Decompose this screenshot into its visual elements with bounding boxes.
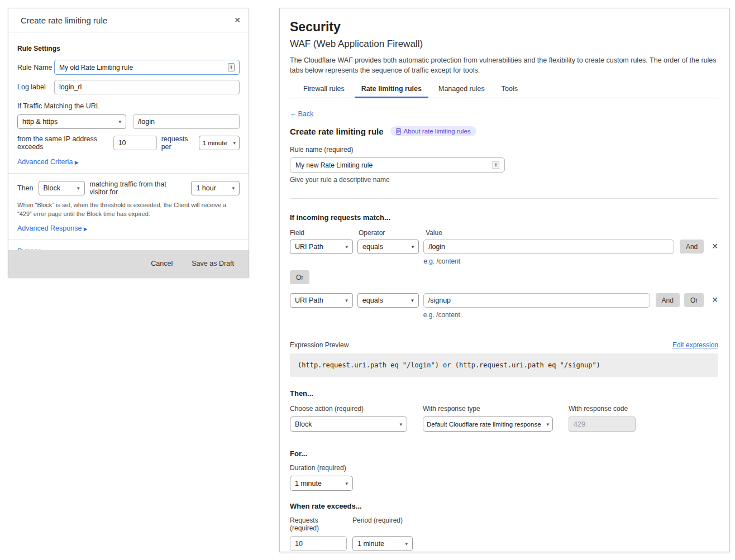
chevron-down-icon: ▾: [342, 298, 348, 303]
edit-expression-link[interactable]: Edit expression: [672, 341, 718, 349]
rule-name-label: Rule Name: [17, 64, 54, 71]
document-icon: [396, 128, 401, 135]
rule-name-label: Rule name (required): [290, 146, 718, 154]
chevron-down-icon: ▾: [230, 140, 236, 146]
operator-select[interactable]: equals ▾: [357, 240, 419, 254]
period-label: Period (required): [352, 516, 403, 532]
rule-settings-heading: Rule Settings: [17, 45, 240, 52]
response-type-select[interactable]: Default Cloudflare rate limiting respons…: [423, 417, 553, 432]
chevron-down-icon: ▾: [228, 185, 235, 191]
dialog-footer: Cancel Save as Draft: [8, 250, 249, 277]
operator-column-label: Operator: [359, 229, 426, 237]
waf-description: The Cloudflare WAF provides both automat…: [290, 55, 718, 75]
response-type-label: With response type: [423, 405, 553, 413]
chevron-down-icon: ▾: [115, 119, 121, 125]
then-heading: Then...: [290, 389, 718, 398]
action-select[interactable]: Block ▾: [290, 417, 407, 432]
password-manager-icon[interactable]: ⬆: [493, 161, 499, 169]
action-select[interactable]: Block ▾: [39, 181, 85, 195]
field-select[interactable]: URI Path ▾: [290, 293, 353, 308]
rule-name-help: Give your rule a descriptive name: [290, 176, 718, 184]
exceeds-label: from the same IP address exceeds: [17, 135, 109, 151]
expand-arrow-icon: ▶: [84, 226, 88, 232]
period-select[interactable]: 1 minute ▾: [199, 136, 240, 150]
value-input[interactable]: [423, 293, 650, 308]
password-manager-icon[interactable]: ⬆: [228, 63, 235, 71]
section-divider: [290, 198, 718, 199]
expression-preview-label: Expression Preview: [290, 341, 349, 349]
choose-action-label: Choose action (required): [290, 405, 407, 413]
or-button[interactable]: Or: [684, 293, 704, 307]
dialog-title: Create rate limiting rule: [21, 16, 107, 25]
back-link[interactable]: ←Back: [290, 110, 313, 118]
period-select[interactable]: 1 minute ▾: [352, 536, 413, 551]
chevron-down-icon: ▾: [408, 244, 414, 250]
cancel-button[interactable]: Cancel: [151, 260, 173, 267]
about-rate-limiting-badge[interactable]: About rate limiting rules: [390, 126, 476, 136]
close-icon[interactable]: ✕: [234, 16, 241, 25]
create-rate-limiting-rule-dialog: Create rate limiting rule ✕ Rule Setting…: [8, 8, 249, 277]
value-hint: e.g. /content: [423, 257, 674, 265]
chevron-down-icon: ▾: [342, 244, 349, 250]
remove-condition-icon[interactable]: ✕: [712, 295, 718, 304]
divider: [8, 240, 249, 240]
or-connector-button[interactable]: Or: [290, 270, 309, 284]
rule-name-input[interactable]: [59, 64, 228, 71]
requests-input[interactable]: [113, 136, 157, 150]
divider: [8, 173, 249, 174]
expression-preview-box: (http.request.uri.path eq "/login") or (…: [290, 353, 718, 377]
chevron-down-icon: ▾: [342, 481, 348, 486]
rate-exceeds-heading: When rate exceeds...: [290, 502, 718, 510]
value-hint: e.g. /content: [423, 311, 650, 319]
chevron-down-icon: ▾: [396, 422, 402, 427]
operator-select[interactable]: equals ▾: [357, 293, 419, 308]
condition-row: URI Path ▾ equals ▾ e.g. /content And ✕: [290, 240, 718, 265]
chevron-down-icon: ▾: [543, 422, 549, 427]
waf-tabs: Firewall rules Rate limiting rules Manag…: [303, 85, 718, 98]
traffic-match-label: If Traffic Matching the URL: [17, 102, 240, 110]
page-subtitle: WAF (Web Application Firewall): [290, 39, 718, 50]
log-label-input[interactable]: [54, 80, 240, 94]
advanced-response-link[interactable]: Advanced Response ▶: [17, 224, 240, 232]
field-column-label: Field: [290, 229, 359, 237]
tab-firewall-rules[interactable]: Firewall rules: [303, 85, 345, 98]
rule-name-input[interactable]: [295, 161, 493, 169]
dialog-header: Create rate limiting rule ✕: [8, 8, 249, 32]
left-arrow-icon: ←: [290, 110, 297, 118]
condition-row: URI Path ▾ equals ▾ e.g. /content And Or…: [290, 293, 718, 319]
response-code-label: With response code: [569, 405, 636, 413]
requests-per-label: requests per: [161, 135, 194, 151]
response-code-input: [569, 417, 636, 432]
and-button[interactable]: And: [656, 293, 680, 307]
tab-tools[interactable]: Tools: [502, 85, 518, 98]
remove-condition-icon[interactable]: ✕: [712, 242, 718, 251]
duration-label: Duration (required): [290, 464, 718, 472]
scheme-select[interactable]: http & https ▾: [17, 114, 126, 129]
block-note: When “Block” is set, when the threshold …: [17, 201, 235, 219]
chevron-down-icon: ▾: [402, 541, 408, 547]
advanced-criteria-link[interactable]: Advanced Criteria ▶: [17, 158, 240, 166]
duration-select[interactable]: 1 minute ▾: [290, 476, 353, 491]
save-as-draft-button[interactable]: Save as Draft: [192, 260, 234, 267]
for-heading: For...: [290, 449, 718, 458]
tab-rate-limiting-rules[interactable]: Rate limiting rules: [361, 85, 422, 98]
and-button[interactable]: And: [680, 240, 704, 253]
ban-duration-select[interactable]: 1 hour ▾: [191, 181, 240, 195]
then-label: Then: [17, 184, 34, 192]
matching-label: matching traffic from that visitor for: [90, 180, 187, 196]
value-input[interactable]: [423, 240, 674, 254]
security-waf-panel: Security WAF (Web Application Firewall) …: [279, 8, 730, 552]
value-column-label: Value: [426, 229, 442, 237]
chevron-down-icon: ▾: [74, 185, 80, 191]
log-label: Log label: [17, 83, 54, 91]
url-input[interactable]: [133, 114, 240, 129]
requests-label: Requests (required): [290, 516, 347, 532]
create-rule-heading: Create rate limiting rule: [290, 127, 384, 136]
page-title: Security: [290, 20, 718, 35]
field-select[interactable]: URI Path ▾: [290, 240, 353, 254]
expand-arrow-icon: ▶: [75, 160, 79, 165]
chevron-down-icon: ▾: [408, 298, 414, 303]
requests-input[interactable]: [290, 536, 347, 551]
tab-managed-rules[interactable]: Managed rules: [438, 85, 485, 98]
match-heading: If incoming requests match...: [290, 213, 718, 222]
